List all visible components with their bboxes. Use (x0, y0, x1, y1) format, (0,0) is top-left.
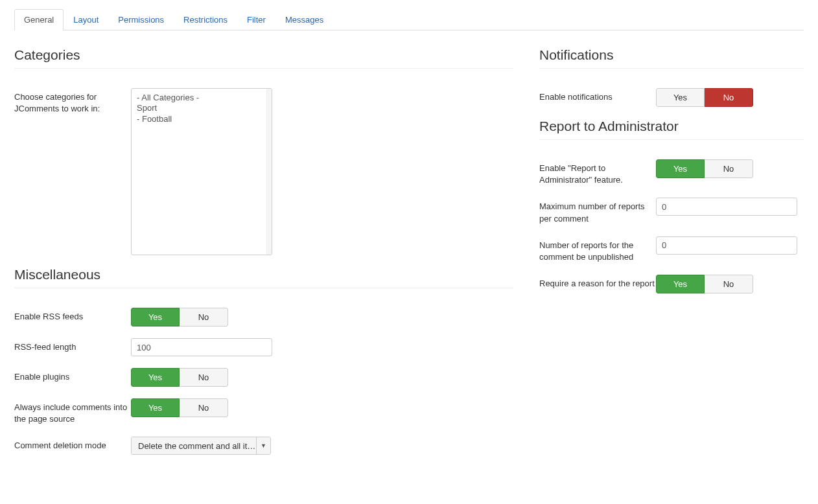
includesrc-yes[interactable]: Yes (131, 398, 180, 417)
requirereason-label: Require a reason for the report (539, 275, 656, 290)
rss-toggle: Yes No (131, 308, 228, 326)
deletion-label: Comment deletion mode (14, 437, 131, 452)
deletion-selected: Delete the comment and all it… (132, 437, 256, 454)
rsslen-input[interactable] (131, 338, 272, 356)
chevron-down-icon: ▼ (256, 437, 270, 454)
rsslen-label: RSS-feed length (14, 338, 131, 353)
tab-filter[interactable]: Filter (237, 9, 275, 30)
plugins-label: Enable plugins (14, 368, 131, 383)
includesrc-no[interactable]: No (180, 398, 228, 417)
categories-option[interactable]: - Football (137, 114, 266, 124)
tab-layout[interactable]: Layout (64, 9, 108, 30)
notif-yes[interactable]: Yes (656, 88, 705, 107)
unpublish-label: Number of reports for the comment be unp… (539, 236, 656, 263)
categories-option[interactable]: Sport (137, 103, 266, 113)
requirereason-toggle: Yes No (656, 275, 753, 293)
categories-select[interactable]: - All Categories - Sport - Football (131, 88, 272, 255)
maxreports-input[interactable] (656, 198, 797, 216)
report-enable-yes[interactable]: Yes (656, 159, 705, 178)
misc-heading: Miscellaneous (14, 267, 513, 288)
report-enable-toggle: Yes No (656, 159, 753, 178)
report-enable-no[interactable]: No (705, 159, 753, 178)
scrollbar[interactable] (266, 89, 272, 255)
categories-label: Choose categories for JComments to work … (14, 88, 131, 115)
categories-option[interactable]: - All Categories - (137, 93, 266, 103)
plugins-yes[interactable]: Yes (131, 368, 180, 387)
unpublish-input[interactable] (656, 236, 797, 255)
maxreports-label: Maximum number of reports per comment (539, 198, 656, 224)
requirereason-yes[interactable]: Yes (656, 275, 705, 293)
tab-permissions[interactable]: Permissions (108, 9, 174, 30)
tab-restrictions[interactable]: Restrictions (174, 9, 237, 30)
notif-no[interactable]: No (705, 88, 753, 107)
includesrc-toggle: Yes No (131, 398, 228, 417)
plugins-toggle: Yes No (131, 368, 228, 387)
notif-toggle: Yes No (656, 88, 753, 107)
notifications-heading: Notifications (539, 47, 804, 69)
tab-general[interactable]: General (14, 9, 64, 30)
plugins-no[interactable]: No (180, 368, 228, 387)
report-enable-label: Enable "Report to Administrator" feature… (539, 159, 656, 186)
categories-heading: Categories (14, 47, 513, 69)
rss-yes[interactable]: Yes (131, 308, 180, 326)
requirereason-no[interactable]: No (705, 275, 753, 293)
deletion-select[interactable]: Delete the comment and all it… ▼ (131, 437, 271, 455)
includesrc-label: Always include comments into the page so… (14, 398, 131, 425)
rss-no[interactable]: No (180, 308, 228, 326)
report-heading: Report to Administrator (539, 119, 804, 140)
notif-label: Enable notifications (539, 88, 656, 103)
rss-label: Enable RSS feeds (14, 308, 131, 323)
settings-tabs: General Layout Permissions Restrictions … (14, 9, 804, 30)
tab-messages[interactable]: Messages (275, 9, 333, 30)
